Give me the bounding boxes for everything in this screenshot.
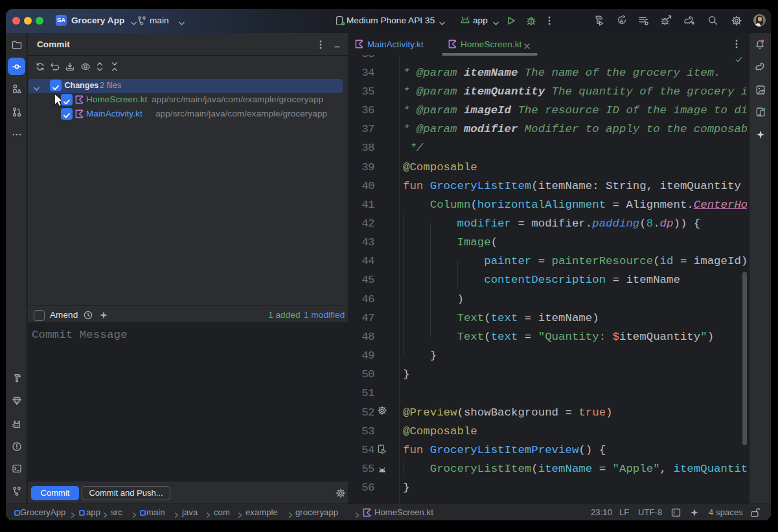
svg-text:A: A <box>619 18 624 25</box>
